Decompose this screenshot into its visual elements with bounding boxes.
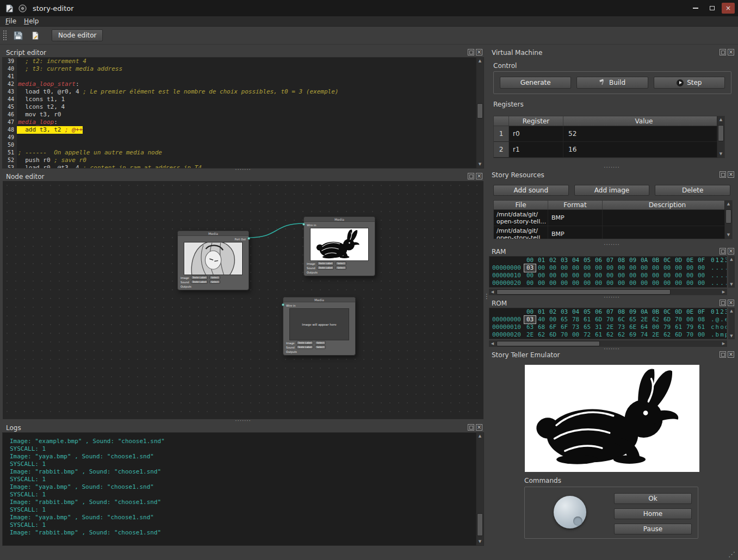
hex-byte[interactable]: 31 bbox=[593, 323, 604, 331]
hex-byte[interactable]: 2E bbox=[638, 316, 650, 323]
hex-byte[interactable]: 00 bbox=[696, 272, 707, 279]
hex-byte[interactable]: 73 bbox=[616, 323, 627, 331]
hex-byte[interactable]: 00 bbox=[547, 264, 559, 272]
hex-byte[interactable]: 00 bbox=[593, 272, 604, 279]
hex-byte[interactable]: 68 bbox=[536, 323, 547, 331]
hex-byte[interactable]: 00 bbox=[536, 272, 547, 279]
hex-byte[interactable]: 00 bbox=[661, 279, 673, 287]
code-line[interactable]: 51; ------ On appelle un autre media nod… bbox=[3, 149, 476, 157]
scroll-up-icon[interactable]: ▲ bbox=[476, 58, 483, 65]
hex-byte[interactable]: 00 bbox=[673, 279, 684, 287]
rom-vertical-scrollbar[interactable]: ▲▼ bbox=[728, 308, 735, 339]
hex-byte[interactable]: 6D bbox=[673, 331, 684, 339]
hex-byte[interactable]: 6D bbox=[547, 331, 559, 339]
hex-byte[interactable]: 2E bbox=[650, 331, 661, 339]
media-node[interactable]: MediaImageTexte LabelSelectSoundTexte La… bbox=[177, 231, 249, 290]
hex-byte[interactable]: 73 bbox=[570, 323, 581, 331]
vertical-scrollbar[interactable]: ▲▼ bbox=[476, 433, 483, 545]
hex-byte[interactable]: 00 bbox=[570, 279, 581, 287]
scroll-down-icon[interactable]: ▼ bbox=[728, 281, 735, 288]
menu-help[interactable]: Help bbox=[24, 17, 39, 25]
hex-byte[interactable]: 00 bbox=[673, 264, 684, 272]
script-editor[interactable]: 39 ; t2: increment 440 ; t3: current med… bbox=[2, 57, 484, 169]
text-label-button[interactable]: Texte Label bbox=[317, 266, 334, 270]
hex-byte[interactable]: 61 bbox=[581, 316, 593, 323]
scroll-right-icon[interactable]: ▶ bbox=[720, 289, 727, 296]
select-button[interactable]: Select bbox=[336, 266, 346, 270]
float-panel-icon[interactable] bbox=[720, 171, 726, 178]
hex-byte[interactable]: 00 bbox=[661, 264, 673, 272]
hex-byte[interactable]: 00 bbox=[604, 279, 616, 287]
scroll-down-icon[interactable]: ▼ bbox=[728, 333, 735, 339]
hex-row[interactable]: 000000000340006578616D706C652E626D700008… bbox=[489, 316, 727, 323]
hex-byte[interactable]: 08 bbox=[696, 316, 707, 323]
hex-byte[interactable]: 03 bbox=[524, 316, 536, 323]
hex-byte[interactable]: 00 bbox=[696, 264, 707, 272]
float-panel-icon[interactable] bbox=[720, 248, 726, 254]
code-area[interactable]: 39 ; t2: increment 440 ; t3: current med… bbox=[3, 58, 476, 168]
hex-byte[interactable]: 64 bbox=[638, 323, 650, 331]
splitter-handle[interactable]: ······· bbox=[590, 166, 634, 170]
select-button[interactable]: Select bbox=[209, 276, 220, 279]
hex-byte[interactable]: 6E bbox=[627, 323, 638, 331]
hex-byte[interactable]: 00 bbox=[673, 272, 684, 279]
scroll-up-icon[interactable]: ▲ bbox=[725, 201, 732, 208]
code-line[interactable]: 47media_loop: bbox=[3, 119, 476, 126]
hex-byte[interactable]: 62 bbox=[661, 331, 673, 339]
hex-byte[interactable]: 6C bbox=[616, 316, 627, 323]
hex-byte[interactable]: 00 bbox=[547, 279, 559, 287]
hex-byte[interactable]: 63 bbox=[524, 323, 536, 331]
scrollbar-thumb[interactable] bbox=[477, 513, 483, 536]
toolbar-grip[interactable] bbox=[3, 30, 7, 41]
scroll-down-icon[interactable]: ▼ bbox=[725, 232, 732, 239]
hex-byte[interactable]: 00 bbox=[650, 279, 661, 287]
window-resize-grip[interactable]: ⋰ bbox=[728, 550, 735, 558]
select-button[interactable]: Select bbox=[315, 341, 326, 345]
hex-byte[interactable]: 00 bbox=[559, 264, 570, 272]
hex-byte[interactable]: 6F bbox=[559, 323, 570, 331]
hex-byte[interactable]: 00 bbox=[570, 264, 581, 272]
input-port[interactable] bbox=[282, 303, 284, 306]
hex-byte[interactable]: 00 bbox=[684, 264, 696, 272]
code-line[interactable]: 45 lcons t2, 4 bbox=[3, 103, 476, 111]
hex-byte[interactable]: 00 bbox=[638, 264, 650, 272]
scrollbar-thumb[interactable] bbox=[497, 341, 600, 346]
hex-byte[interactable]: 03 bbox=[524, 264, 536, 272]
hex-byte[interactable]: 69 bbox=[627, 331, 638, 339]
select-button[interactable]: Select bbox=[336, 262, 346, 265]
rotary-knob[interactable] bbox=[554, 496, 586, 528]
new-script-button[interactable] bbox=[28, 28, 43, 42]
scrollbar-thumb[interactable] bbox=[725, 209, 731, 223]
hex-byte[interactable]: 00 bbox=[616, 264, 627, 272]
hex-byte[interactable]: 00 bbox=[581, 279, 593, 287]
hex-byte[interactable]: 00 bbox=[581, 272, 593, 279]
hex-row[interactable]: 0000000003000000000000000000000000000000… bbox=[489, 264, 727, 272]
hex-byte[interactable]: 00 bbox=[559, 279, 570, 287]
hex-byte[interactable]: 65 bbox=[627, 316, 638, 323]
register-column-header[interactable]: Register bbox=[509, 116, 563, 126]
generate-button[interactable]: Generate bbox=[500, 77, 571, 89]
hex-byte[interactable]: 74 bbox=[638, 331, 650, 339]
close-panel-icon[interactable]: × bbox=[728, 351, 734, 358]
scroll-up-icon[interactable]: ▲ bbox=[476, 433, 483, 440]
pause-button[interactable]: Pause bbox=[614, 524, 692, 534]
resource-row[interactable]: /mnt/data/git/open-story-tell…BMP bbox=[494, 226, 732, 239]
step-button[interactable]: Step bbox=[654, 77, 725, 89]
scrollbar-thumb[interactable] bbox=[477, 103, 483, 119]
ok-button[interactable]: Ok bbox=[614, 493, 692, 504]
hex-byte[interactable]: 00 bbox=[684, 272, 696, 279]
hex-byte[interactable]: 00 bbox=[627, 264, 638, 272]
scroll-left-icon[interactable]: ◀ bbox=[489, 289, 496, 296]
hex-byte[interactable]: 00 bbox=[593, 264, 604, 272]
hex-byte[interactable]: 00 bbox=[616, 272, 627, 279]
menu-file[interactable]: File bbox=[5, 17, 16, 25]
hex-byte[interactable]: 00 bbox=[536, 279, 547, 287]
hex-byte[interactable]: 61 bbox=[696, 323, 707, 331]
node-canvas[interactable]: MediaImageTexte LabelSelectSoundTexte La… bbox=[3, 181, 483, 419]
hex-row[interactable]: 0000001000000000000000000000000000000000… bbox=[489, 272, 727, 279]
hex-row[interactable]: 0000002000000000000000000000000000000000… bbox=[489, 279, 727, 287]
scroll-up-icon[interactable]: ▲ bbox=[717, 116, 724, 123]
close-panel-icon[interactable]: × bbox=[728, 49, 734, 55]
hex-byte[interactable]: 61 bbox=[673, 323, 684, 331]
hex-byte[interactable]: 79 bbox=[684, 323, 696, 331]
